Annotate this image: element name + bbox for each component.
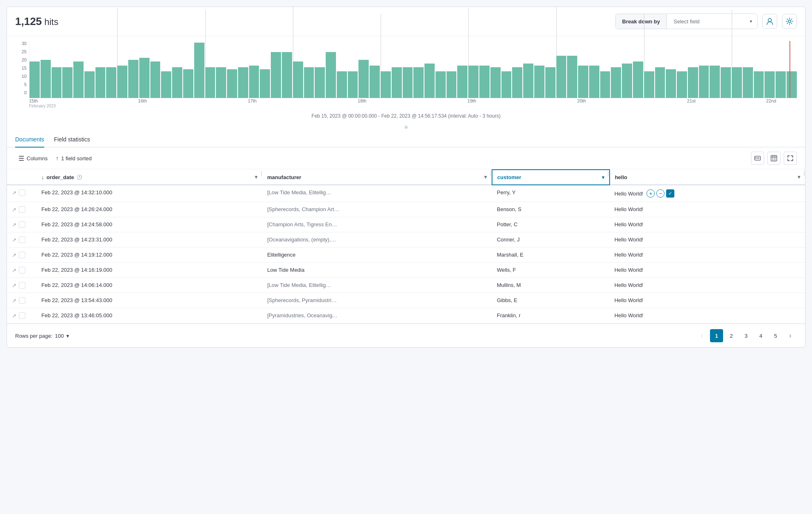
row-expand-icon[interactable]: ↗ [12, 237, 16, 243]
chart-bar[interactable] [139, 58, 150, 98]
row-checkbox[interactable] [19, 312, 25, 319]
select-field-dropdown[interactable]: Select field ▾ [667, 14, 757, 29]
row-checkbox[interactable] [19, 282, 25, 289]
chart-bar[interactable] [271, 52, 281, 98]
th-order-date[interactable]: ↓ order_date 🕐 ▾ | [36, 170, 262, 185]
remove-filter-icon[interactable]: − [656, 189, 665, 198]
pagination-page-1[interactable]: 1 [710, 329, 723, 342]
chart-bar[interactable] [117, 66, 127, 98]
view-expand-button[interactable] [784, 152, 797, 165]
chart-bar[interactable] [106, 67, 116, 98]
row-expand-icon[interactable]: ↗ [12, 222, 16, 228]
chart-bar[interactable] [282, 52, 292, 98]
chart-bar[interactable] [29, 61, 40, 98]
columns-button[interactable]: ☰ Columns [15, 153, 51, 164]
chart-bar[interactable] [52, 67, 62, 98]
chart-bar[interactable] [260, 69, 270, 98]
chart-bar[interactable] [644, 71, 654, 98]
chart-bar[interactable] [161, 71, 171, 98]
chart-bar[interactable] [578, 66, 588, 98]
chart-bar[interactable] [743, 67, 753, 98]
chart-bar[interactable] [150, 61, 161, 98]
user-icon-button[interactable] [762, 14, 777, 29]
chart-bar[interactable] [293, 61, 303, 98]
chart-bar[interactable] [227, 69, 237, 98]
row-checkbox[interactable] [19, 297, 25, 304]
chart-bar[interactable] [457, 66, 467, 98]
chart-bar[interactable] [754, 71, 764, 98]
chart-bar[interactable] [688, 67, 698, 98]
col-resize-manufacturer[interactable]: | [490, 170, 492, 184]
breakdown-selector[interactable]: Break down by Select field ▾ [615, 14, 758, 29]
chart-bar[interactable] [238, 67, 248, 98]
chart-bar[interactable] [666, 69, 676, 98]
row-expand-icon[interactable]: ↗ [12, 207, 16, 213]
chart-bar[interactable] [348, 71, 358, 98]
chart-bar[interactable] [84, 71, 95, 98]
chart-bar[interactable] [73, 61, 84, 98]
row-checkbox[interactable] [19, 189, 25, 196]
chart-bar[interactable] [381, 71, 391, 98]
tab-field-statistics[interactable]: Field statistics [54, 132, 90, 148]
chart-bar[interactable] [622, 64, 632, 98]
settings-icon-button[interactable] [782, 14, 797, 29]
row-expand-icon[interactable]: ↗ [12, 252, 16, 258]
chart-bar[interactable] [545, 67, 556, 98]
row-expand-icon[interactable]: ↗ [12, 267, 16, 273]
row-expand-icon[interactable]: ↗ [12, 190, 16, 196]
pagination-page-5[interactable]: 5 [769, 329, 782, 342]
row-checkbox[interactable] [19, 237, 25, 243]
chart-bar[interactable] [764, 71, 775, 98]
chart-bar[interactable] [523, 64, 533, 98]
toggle-column-icon[interactable]: ✓ [666, 189, 674, 198]
chart-bar[interactable] [490, 67, 501, 98]
pagination-next[interactable]: › [784, 329, 797, 342]
chart-bar[interactable] [611, 67, 621, 98]
chart-bar[interactable] [392, 67, 402, 98]
chart-bar[interactable] [403, 67, 413, 98]
add-filter-icon[interactable]: + [646, 189, 655, 198]
chart-bar[interactable] [589, 66, 599, 98]
col-resize-customer[interactable]: | [608, 170, 609, 184]
chart-bar[interactable] [447, 71, 457, 98]
chart-bar[interactable] [435, 71, 446, 98]
chart-bar[interactable] [468, 66, 479, 98]
chart-bar[interactable] [787, 71, 797, 98]
th-manufacturer[interactable]: manufacturer ▾ | [262, 170, 492, 185]
row-expand-icon[interactable]: ↗ [12, 298, 16, 304]
chart-bar[interactable] [534, 66, 544, 98]
chart-bar[interactable] [512, 67, 522, 98]
view-table-button[interactable] [767, 152, 780, 165]
row-checkbox[interactable] [19, 267, 25, 273]
sort-info[interactable]: ↑ 1 field sorted [56, 155, 91, 161]
tab-documents[interactable]: Documents [15, 132, 44, 148]
chart-bar[interactable] [677, 71, 687, 98]
chart-bar[interactable] [600, 71, 610, 98]
row-checkbox[interactable] [19, 252, 25, 258]
chart-bar[interactable] [128, 60, 138, 98]
chart-bar[interactable] [172, 67, 182, 98]
chart-bar[interactable] [249, 66, 259, 98]
chart-bar[interactable] [194, 43, 204, 98]
chart-bar[interactable] [633, 61, 643, 98]
row-checkbox[interactable] [19, 221, 25, 228]
resize-handle[interactable]: ≡ [7, 122, 805, 132]
chart-bar[interactable] [95, 67, 106, 98]
chart-bar[interactable] [655, 67, 665, 98]
row-checkbox[interactable] [19, 206, 25, 213]
pagination-prev[interactable]: ‹ [695, 329, 708, 342]
chart-bar[interactable] [304, 67, 314, 98]
pagination-page-3[interactable]: 3 [739, 329, 753, 342]
pagination-page-2[interactable]: 2 [725, 329, 738, 342]
chart-bar[interactable] [62, 67, 73, 98]
chart-bar[interactable] [370, 66, 380, 98]
chart-bar[interactable] [721, 67, 731, 98]
chart-bars[interactable] [29, 41, 797, 98]
chart-bar[interactable] [205, 67, 215, 98]
chart-bar[interactable] [424, 64, 435, 98]
chart-bar[interactable] [41, 60, 51, 98]
chart-bar[interactable] [315, 67, 325, 98]
pagination-page-4[interactable]: 4 [754, 329, 767, 342]
col-resize-hello[interactable]: | [803, 170, 805, 184]
row-expand-icon[interactable]: ↗ [12, 282, 16, 289]
